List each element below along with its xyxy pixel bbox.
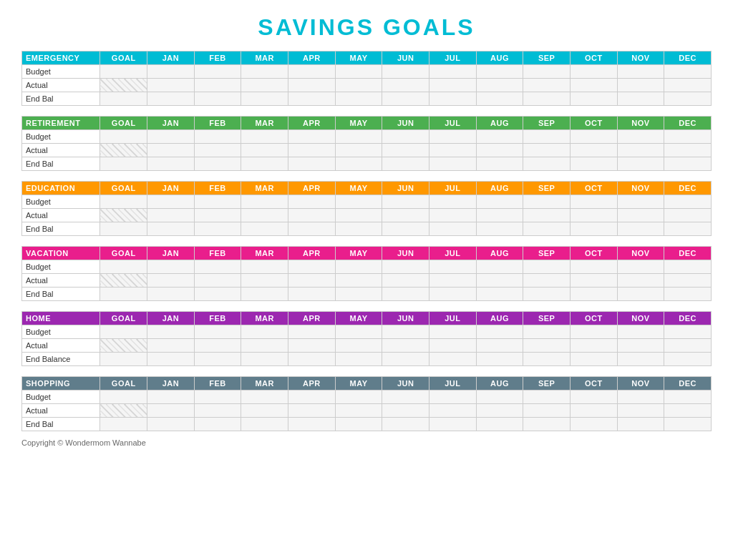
education-row-2-col-3[interactable]: [241, 222, 288, 236]
home-row-1-col-4[interactable]: [288, 339, 336, 353]
education-row-2-col-2[interactable]: [194, 222, 241, 236]
retirement-row-1-col-8[interactable]: [476, 144, 523, 157]
shopping-row-2-col-8[interactable]: [476, 418, 523, 431]
shopping-row-2-col-6[interactable]: [382, 418, 429, 431]
home-row-2-col-6[interactable]: [382, 353, 429, 366]
education-row-1-col-11[interactable]: [617, 209, 664, 222]
emergency-row-1-col-10[interactable]: [570, 79, 617, 92]
retirement-row-0-col-8[interactable]: [476, 130, 523, 144]
vacation-row-2-col-1[interactable]: [147, 288, 195, 301]
emergency-row-1-col-2[interactable]: [194, 79, 241, 92]
retirement-row-2-col-1[interactable]: [147, 157, 195, 171]
shopping-row-0-col-2[interactable]: [194, 390, 241, 404]
retirement-row-2-col-0[interactable]: [100, 157, 147, 171]
shopping-row-0-col-9[interactable]: [523, 390, 571, 404]
retirement-row-1-col-5[interactable]: [335, 144, 382, 157]
education-row-0-col-10[interactable]: [570, 195, 617, 209]
emergency-row-1-col-0[interactable]: [100, 79, 147, 92]
home-row-1-col-10[interactable]: [570, 339, 617, 353]
shopping-row-0-col-0[interactable]: [100, 390, 147, 404]
retirement-row-2-col-6[interactable]: [382, 157, 429, 171]
emergency-row-0-col-10[interactable]: [570, 65, 617, 79]
education-row-0-col-0[interactable]: [100, 195, 147, 209]
vacation-row-2-col-2[interactable]: [194, 288, 241, 301]
emergency-row-2-col-8[interactable]: [476, 92, 523, 106]
vacation-row-0-col-11[interactable]: [617, 260, 664, 274]
emergency-row-1-col-11[interactable]: [617, 79, 664, 92]
home-row-1-col-3[interactable]: [241, 339, 288, 353]
shopping-row-1-col-1[interactable]: [147, 404, 195, 418]
shopping-row-1-col-0[interactable]: [100, 404, 147, 418]
retirement-row-1-col-11[interactable]: [617, 144, 664, 157]
emergency-row-2-col-7[interactable]: [429, 92, 477, 106]
emergency-row-1-col-3[interactable]: [241, 79, 288, 92]
vacation-row-0-col-4[interactable]: [288, 260, 336, 274]
retirement-row-0-col-2[interactable]: [194, 130, 241, 144]
home-row-2-col-2[interactable]: [194, 353, 241, 366]
education-row-2-col-4[interactable]: [288, 222, 336, 236]
education-row-1-col-5[interactable]: [335, 209, 382, 222]
vacation-row-2-col-12[interactable]: [664, 288, 712, 301]
emergency-row-2-col-3[interactable]: [241, 92, 288, 106]
retirement-row-0-col-1[interactable]: [147, 130, 195, 144]
education-row-0-col-3[interactable]: [241, 195, 288, 209]
education-row-1-col-6[interactable]: [382, 209, 429, 222]
education-row-2-col-8[interactable]: [476, 222, 523, 236]
retirement-row-2-col-8[interactable]: [476, 157, 523, 171]
retirement-row-1-col-3[interactable]: [241, 144, 288, 157]
emergency-row-1-col-7[interactable]: [429, 79, 477, 92]
shopping-row-2-col-9[interactable]: [523, 418, 571, 431]
retirement-row-1-col-10[interactable]: [570, 144, 617, 157]
emergency-row-2-col-12[interactable]: [664, 92, 712, 106]
education-row-1-col-12[interactable]: [664, 209, 712, 222]
education-row-0-col-6[interactable]: [382, 195, 429, 209]
home-row-2-col-7[interactable]: [429, 353, 477, 366]
shopping-row-1-col-10[interactable]: [570, 404, 617, 418]
retirement-row-1-col-1[interactable]: [147, 144, 195, 157]
education-row-0-col-1[interactable]: [147, 195, 195, 209]
home-row-1-col-1[interactable]: [147, 339, 195, 353]
vacation-row-1-col-10[interactable]: [570, 274, 617, 288]
shopping-row-1-col-6[interactable]: [382, 404, 429, 418]
shopping-row-0-col-8[interactable]: [476, 390, 523, 404]
home-row-0-col-4[interactable]: [288, 325, 336, 339]
home-row-0-col-8[interactable]: [476, 325, 523, 339]
home-row-1-col-5[interactable]: [335, 339, 382, 353]
vacation-row-0-col-12[interactable]: [664, 260, 712, 274]
vacation-row-0-col-7[interactable]: [429, 260, 477, 274]
education-row-1-col-3[interactable]: [241, 209, 288, 222]
vacation-row-1-col-12[interactable]: [664, 274, 712, 288]
vacation-row-0-col-5[interactable]: [335, 260, 382, 274]
home-row-2-col-3[interactable]: [241, 353, 288, 366]
education-row-2-col-6[interactable]: [382, 222, 429, 236]
education-row-1-col-1[interactable]: [147, 209, 195, 222]
retirement-row-0-col-11[interactable]: [617, 130, 664, 144]
education-row-2-col-12[interactable]: [664, 222, 712, 236]
education-row-2-col-9[interactable]: [523, 222, 571, 236]
shopping-row-2-col-4[interactable]: [288, 418, 336, 431]
home-row-0-col-2[interactable]: [194, 325, 241, 339]
shopping-row-1-col-7[interactable]: [429, 404, 477, 418]
retirement-row-1-col-6[interactable]: [382, 144, 429, 157]
retirement-row-2-col-10[interactable]: [570, 157, 617, 171]
emergency-row-0-col-7[interactable]: [429, 65, 477, 79]
vacation-row-1-col-11[interactable]: [617, 274, 664, 288]
retirement-row-1-col-9[interactable]: [523, 144, 571, 157]
vacation-row-1-col-5[interactable]: [335, 274, 382, 288]
vacation-row-1-col-3[interactable]: [241, 274, 288, 288]
home-row-2-col-12[interactable]: [664, 353, 712, 366]
education-row-0-col-7[interactable]: [429, 195, 477, 209]
emergency-row-0-col-3[interactable]: [241, 65, 288, 79]
retirement-row-1-col-7[interactable]: [429, 144, 477, 157]
vacation-row-2-col-3[interactable]: [241, 288, 288, 301]
emergency-row-1-col-4[interactable]: [288, 79, 336, 92]
emergency-row-1-col-9[interactable]: [523, 79, 571, 92]
shopping-row-2-col-3[interactable]: [241, 418, 288, 431]
emergency-row-0-col-2[interactable]: [194, 65, 241, 79]
education-row-2-col-11[interactable]: [617, 222, 664, 236]
shopping-row-1-col-3[interactable]: [241, 404, 288, 418]
education-row-1-col-0[interactable]: [100, 209, 147, 222]
emergency-row-1-col-12[interactable]: [664, 79, 712, 92]
education-row-2-col-10[interactable]: [570, 222, 617, 236]
education-row-2-col-5[interactable]: [335, 222, 382, 236]
